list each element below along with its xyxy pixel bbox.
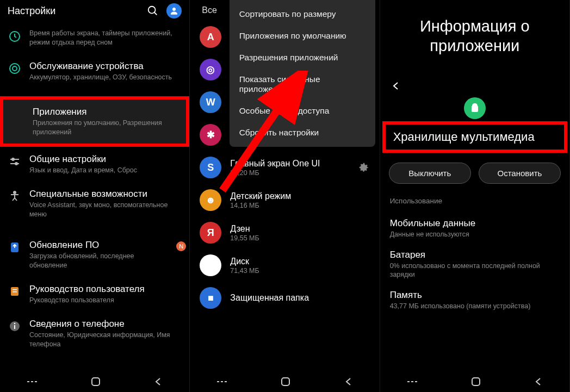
usage-item[interactable]: Память43,77 МБ использовано (памяти устр… <box>380 284 569 316</box>
menu-item-2[interactable]: Разрешения приложений <box>230 47 375 69</box>
item-title: Руководство пользователя <box>29 283 186 295</box>
usage-item[interactable]: Батарея0% использовано с момента последн… <box>380 244 569 285</box>
item-title: Приложения <box>33 106 183 118</box>
item-title: Сведения о телефоне <box>29 318 186 330</box>
settings-item-info[interactable]: Сведения о телефонеСостояние, Юридическа… <box>0 312 189 356</box>
app-icon: ▲ <box>200 254 221 276</box>
item-title: Общие настройки <box>29 153 186 165</box>
disable-button[interactable]: Выключить <box>389 163 471 184</box>
usage-title: Мобильные данные <box>390 218 560 229</box>
app-icon: ■ <box>200 287 221 309</box>
menu-item-3[interactable]: Показать системные приложения <box>230 69 375 100</box>
profile-avatar[interactable] <box>166 3 182 18</box>
svg-point-14 <box>14 191 16 194</box>
usage-subtitle: 43,77 МБ использовано (памяти устройства… <box>390 302 560 310</box>
app-size: 71,43 МБ <box>230 267 369 275</box>
stop-button[interactable]: Остановить <box>479 163 561 184</box>
menu-item-4[interactable]: Особые права доступа <box>230 100 375 122</box>
svg-point-5 <box>13 66 17 71</box>
item-title: Специальные возможности <box>29 188 186 200</box>
settings-item-manual[interactable]: Руководство пользователяРуководство поль… <box>0 277 189 312</box>
item-subtitle: Voice Assistant, звук моно, вспомогатель… <box>29 201 186 219</box>
usage-title: Память <box>390 290 560 301</box>
nav-bar <box>190 371 379 392</box>
app-size: 14,16 МБ <box>230 202 369 209</box>
sliders-icon <box>8 154 22 169</box>
settings-item-update[interactable]: Обновление ПОЗагрузка обновлений, послед… <box>0 233 189 277</box>
app-row[interactable]: ■Защищенная папка <box>190 282 379 314</box>
usage-item[interactable]: Мобильные данныеДанные не используются <box>380 213 569 244</box>
update-icon <box>8 240 22 254</box>
info-icon <box>8 319 22 333</box>
settings-item-apps[interactable]: ПриложенияПриложения по умолчанию, Разре… <box>0 96 189 147</box>
app-name: Главный экран One UI <box>230 159 349 169</box>
app-name: Защищенная папка <box>230 293 369 303</box>
nav-home[interactable] <box>470 376 481 387</box>
svg-point-21 <box>14 323 16 325</box>
nav-back[interactable] <box>534 377 543 387</box>
nav-recents[interactable] <box>26 378 38 385</box>
access-icon <box>8 189 22 203</box>
settings-item-access[interactable]: Специальные возможностиVoice Assistant, … <box>0 182 189 226</box>
care-icon <box>8 61 22 76</box>
nav-back[interactable] <box>344 377 354 387</box>
nav-recents[interactable] <box>406 378 418 385</box>
app-icon: ◎ <box>200 59 221 80</box>
item-subtitle: Язык и ввод, Дата и время, Сброс <box>29 166 186 175</box>
settings-panel: Настройки Время работы экрана, таймеры п… <box>0 0 190 392</box>
menu-item-0[interactable]: Сортировать по размеру <box>230 3 375 25</box>
apps-icon <box>11 107 25 121</box>
apps-panel: Все Сортировать по размеруПриложения по … <box>190 0 380 392</box>
app-row[interactable]: ЯДзен19,55 МБ <box>190 216 379 249</box>
svg-point-12 <box>12 158 14 160</box>
svg-point-2 <box>172 8 176 11</box>
app-row[interactable]: ▲Диск71,43 МБ <box>190 249 379 282</box>
svg-rect-31 <box>282 378 289 385</box>
app-icon: А <box>200 26 221 48</box>
settings-item-clock[interactable]: Время работы экрана, таймеры приложений,… <box>0 22 189 54</box>
manual-icon <box>8 284 22 298</box>
item-subtitle: Состояние, Юридическая информация, Имя т… <box>29 331 186 349</box>
item-title: Обновление ПО <box>29 239 169 251</box>
action-buttons: Выключить Остановить <box>380 163 569 195</box>
svg-rect-17 <box>13 289 17 290</box>
item-subtitle: Руководство пользователя <box>29 296 186 305</box>
svg-line-1 <box>154 13 157 15</box>
app-row[interactable]: ☻Детский режим14,16 МБ <box>190 184 379 216</box>
svg-point-9 <box>18 115 22 118</box>
page-title: Информация о приложении <box>380 16 569 78</box>
android-icon <box>464 97 486 119</box>
gear-icon[interactable] <box>358 161 370 173</box>
item-subtitle: Аккумулятор, хранилище, ОЗУ, безопасност… <box>29 73 186 82</box>
settings-item-care[interactable]: Обслуживание устройстваАккумулятор, хран… <box>0 54 189 89</box>
app-name: Дзен <box>230 224 369 234</box>
menu-item-1[interactable]: Приложения по умолчанию <box>230 25 375 47</box>
usage-title: Батарея <box>390 250 560 260</box>
item-subtitle: Загрузка обновлений, последнее обновлени… <box>29 252 169 270</box>
nav-home[interactable] <box>280 376 291 387</box>
app-icon: Я <box>200 222 221 244</box>
settings-item-sliders[interactable]: Общие настройкиЯзык и ввод, Дата и время… <box>0 147 189 182</box>
nav-recents[interactable] <box>216 378 228 385</box>
back-button[interactable] <box>380 78 569 94</box>
svg-point-8 <box>14 115 17 118</box>
app-row[interactable]: SГлавный экран One UI27,20 МБ <box>190 151 379 184</box>
search-icon[interactable] <box>147 5 159 17</box>
item-title: Обслуживание устройства <box>29 60 186 72</box>
item-subtitle: Время работы экрана, таймеры приложений,… <box>29 29 186 47</box>
menu-item-5[interactable]: Сбросить настройки <box>230 122 375 144</box>
app-info-panel: Информация о приложении Хранилище мульти… <box>380 0 570 392</box>
app-icon: ✱ <box>200 124 221 146</box>
app-size: 27,20 МБ <box>230 169 349 177</box>
svg-rect-37 <box>472 378 480 385</box>
usage-subtitle: Данные не используются <box>390 230 560 239</box>
app-icon: W <box>200 91 221 113</box>
svg-point-6 <box>14 110 17 114</box>
app-size: 19,55 МБ <box>230 234 369 242</box>
overflow-menu: Сортировать по размеруПриложения по умол… <box>230 0 375 147</box>
nav-back[interactable] <box>153 377 163 387</box>
svg-point-4 <box>10 64 20 73</box>
app-icon: ☻ <box>200 189 221 211</box>
nav-bar <box>0 371 189 392</box>
nav-home[interactable] <box>90 376 101 387</box>
